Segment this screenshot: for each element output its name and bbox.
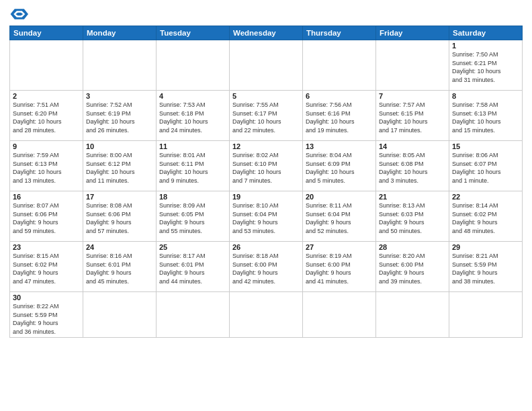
calendar-week-2: 2Sunrise: 7:51 AM Sunset: 6:20 PM Daylig… [10, 91, 523, 141]
day-info: Sunrise: 8:13 AM Sunset: 6:03 PM Dayligh… [379, 201, 446, 235]
calendar-cell [303, 40, 376, 91]
day-info: Sunrise: 8:20 AM Sunset: 6:00 PM Dayligh… [379, 252, 446, 285]
day-number: 15 [452, 142, 519, 150]
day-number: 3 [86, 92, 153, 100]
day-info: Sunrise: 8:19 AM Sunset: 6:00 PM Dayligh… [306, 252, 373, 285]
day-number: 23 [13, 243, 80, 251]
day-number: 9 [13, 142, 80, 150]
day-info: Sunrise: 8:08 AM Sunset: 6:06 PM Dayligh… [86, 201, 153, 235]
calendar-week-5: 23Sunrise: 8:15 AM Sunset: 6:02 PM Dayli… [10, 242, 523, 292]
day-number: 2 [13, 92, 80, 100]
calendar-cell: 8Sunrise: 7:58 AM Sunset: 6:13 PM Daylig… [449, 91, 523, 141]
day-number: 26 [232, 243, 300, 251]
calendar-cell [83, 40, 157, 91]
day-info: Sunrise: 8:10 AM Sunset: 6:04 PM Dayligh… [232, 201, 300, 235]
calendar-cell: 12Sunrise: 8:02 AM Sunset: 6:10 PM Dayli… [230, 141, 303, 191]
day-number: 30 [13, 293, 80, 302]
calendar-cell [303, 292, 376, 338]
page: SundayMondayTuesdayWednesdayThursdayFrid… [0, 0, 532, 411]
day-number: 14 [379, 142, 446, 150]
day-info: Sunrise: 8:01 AM Sunset: 6:11 PM Dayligh… [159, 151, 226, 185]
calendar-header-row: SundayMondayTuesdayWednesdayThursdayFrid… [10, 26, 523, 40]
calendar-cell [83, 292, 157, 338]
calendar-cell [376, 40, 449, 91]
day-number: 10 [86, 142, 153, 150]
calendar-week-3: 9Sunrise: 7:59 AM Sunset: 6:13 PM Daylig… [10, 141, 523, 191]
calendar-cell: 24Sunrise: 8:16 AM Sunset: 6:01 PM Dayli… [83, 242, 157, 292]
calendar-cell [449, 292, 523, 338]
calendar-cell [157, 292, 230, 338]
day-number: 11 [159, 142, 226, 150]
day-info: Sunrise: 7:53 AM Sunset: 6:18 PM Dayligh… [159, 101, 226, 134]
day-info: Sunrise: 8:02 AM Sunset: 6:10 PM Dayligh… [232, 151, 300, 185]
day-number: 27 [306, 243, 373, 251]
calendar-cell: 2Sunrise: 7:51 AM Sunset: 6:20 PM Daylig… [10, 91, 83, 141]
calendar-cell: 17Sunrise: 8:08 AM Sunset: 6:06 PM Dayli… [83, 191, 157, 242]
logo-icon [9, 7, 28, 21]
day-number: 24 [86, 243, 153, 251]
calendar-cell: 4Sunrise: 7:53 AM Sunset: 6:18 PM Daylig… [157, 91, 230, 141]
calendar-cell: 1Sunrise: 7:50 AM Sunset: 6:21 PM Daylig… [449, 40, 523, 91]
calendar-cell: 29Sunrise: 8:21 AM Sunset: 5:59 PM Dayli… [449, 242, 523, 292]
calendar-cell: 15Sunrise: 8:06 AM Sunset: 6:07 PM Dayli… [449, 141, 523, 191]
calendar-cell [10, 40, 83, 91]
day-info: Sunrise: 8:09 AM Sunset: 6:05 PM Dayligh… [159, 201, 226, 235]
calendar-week-4: 16Sunrise: 8:07 AM Sunset: 6:06 PM Dayli… [10, 191, 523, 242]
day-number: 5 [232, 92, 300, 100]
day-info: Sunrise: 8:21 AM Sunset: 5:59 PM Dayligh… [452, 252, 519, 285]
calendar-cell: 5Sunrise: 7:55 AM Sunset: 6:17 PM Daylig… [230, 91, 303, 141]
day-number: 13 [306, 142, 373, 150]
day-info: Sunrise: 7:52 AM Sunset: 6:19 PM Dayligh… [86, 101, 153, 134]
calendar-cell [230, 292, 303, 338]
day-number: 19 [232, 193, 300, 201]
day-info: Sunrise: 7:55 AM Sunset: 6:17 PM Dayligh… [232, 101, 300, 134]
day-info: Sunrise: 7:59 AM Sunset: 6:13 PM Dayligh… [13, 151, 80, 185]
header [9, 7, 523, 21]
calendar-cell: 30Sunrise: 8:22 AM Sunset: 5:59 PM Dayli… [10, 292, 83, 338]
calendar-cell: 19Sunrise: 8:10 AM Sunset: 6:04 PM Dayli… [230, 191, 303, 242]
calendar-cell: 13Sunrise: 8:04 AM Sunset: 6:09 PM Dayli… [303, 141, 376, 191]
day-number: 4 [159, 92, 226, 100]
day-number: 6 [306, 92, 373, 100]
calendar-cell: 23Sunrise: 8:15 AM Sunset: 6:02 PM Dayli… [10, 242, 83, 292]
calendar-cell: 9Sunrise: 7:59 AM Sunset: 6:13 PM Daylig… [10, 141, 83, 191]
day-number: 18 [159, 193, 226, 201]
calendar-table: SundayMondayTuesdayWednesdayThursdayFrid… [9, 26, 523, 338]
calendar-cell: 14Sunrise: 8:05 AM Sunset: 6:08 PM Dayli… [376, 141, 449, 191]
calendar-cell: 25Sunrise: 8:17 AM Sunset: 6:01 PM Dayli… [157, 242, 230, 292]
weekday-header-saturday: Saturday [449, 26, 523, 40]
calendar-cell: 3Sunrise: 7:52 AM Sunset: 6:19 PM Daylig… [83, 91, 157, 141]
day-number: 21 [379, 193, 446, 201]
calendar-cell: 27Sunrise: 8:19 AM Sunset: 6:00 PM Dayli… [303, 242, 376, 292]
day-info: Sunrise: 8:06 AM Sunset: 6:07 PM Dayligh… [452, 151, 519, 185]
day-number: 20 [306, 193, 373, 201]
calendar-cell: 28Sunrise: 8:20 AM Sunset: 6:00 PM Dayli… [376, 242, 449, 292]
day-info: Sunrise: 8:07 AM Sunset: 6:06 PM Dayligh… [13, 201, 80, 235]
calendar-cell [157, 40, 230, 91]
calendar-week-6: 30Sunrise: 8:22 AM Sunset: 5:59 PM Dayli… [10, 292, 523, 338]
day-number: 25 [159, 243, 226, 251]
day-info: Sunrise: 8:15 AM Sunset: 6:02 PM Dayligh… [13, 252, 80, 285]
day-number: 17 [86, 193, 153, 201]
day-number: 29 [452, 243, 519, 251]
calendar-cell: 22Sunrise: 8:14 AM Sunset: 6:02 PM Dayli… [449, 191, 523, 242]
logo [9, 7, 31, 21]
calendar-cell: 18Sunrise: 8:09 AM Sunset: 6:05 PM Dayli… [157, 191, 230, 242]
day-info: Sunrise: 8:17 AM Sunset: 6:01 PM Dayligh… [159, 252, 226, 285]
day-info: Sunrise: 8:04 AM Sunset: 6:09 PM Dayligh… [306, 151, 373, 185]
day-number: 8 [452, 92, 519, 100]
calendar-week-1: 1Sunrise: 7:50 AM Sunset: 6:21 PM Daylig… [10, 40, 523, 91]
day-info: Sunrise: 7:51 AM Sunset: 6:20 PM Dayligh… [13, 101, 80, 134]
day-info: Sunrise: 7:50 AM Sunset: 6:21 PM Dayligh… [452, 50, 519, 84]
weekday-header-wednesday: Wednesday [230, 26, 303, 40]
weekday-header-thursday: Thursday [303, 26, 376, 40]
day-info: Sunrise: 8:05 AM Sunset: 6:08 PM Dayligh… [379, 151, 446, 185]
day-number: 22 [452, 193, 519, 201]
calendar-cell [376, 292, 449, 338]
day-info: Sunrise: 8:11 AM Sunset: 6:04 PM Dayligh… [306, 201, 373, 235]
day-info: Sunrise: 8:16 AM Sunset: 6:01 PM Dayligh… [86, 252, 153, 285]
calendar-cell: 7Sunrise: 7:57 AM Sunset: 6:15 PM Daylig… [376, 91, 449, 141]
day-number: 7 [379, 92, 446, 100]
calendar-cell: 21Sunrise: 8:13 AM Sunset: 6:03 PM Dayli… [376, 191, 449, 242]
weekday-header-sunday: Sunday [10, 26, 83, 40]
